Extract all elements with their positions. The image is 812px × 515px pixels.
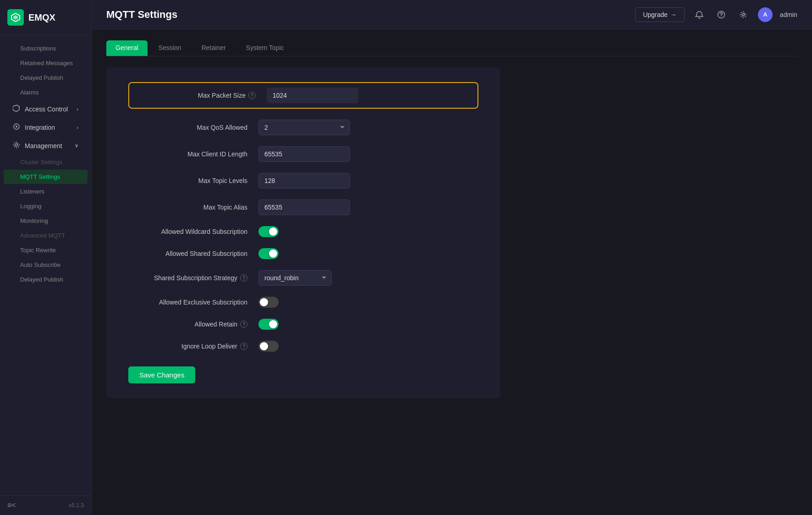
tab-bar: General Session Retainer System Topic	[106, 40, 797, 56]
sidebar-label-access-control: Access Control	[25, 105, 68, 113]
sidebar-item-advanced-mqtt: Advanced MQTT	[4, 228, 88, 243]
ignore-loop-deliver-row: Ignore Loop Deliver ?	[128, 341, 478, 352]
save-changes-button[interactable]: Save Changes	[128, 366, 195, 383]
exclusive-subscription-label: Allowed Exclusive Subscription	[128, 299, 247, 306]
max-client-id-input[interactable]	[258, 146, 350, 162]
max-qos-select[interactable]: 0 1 2	[258, 120, 350, 135]
svg-point-6	[721, 16, 722, 17]
allowed-retain-row: Allowed Retain ?	[128, 319, 478, 330]
exclusive-subscription-row: Allowed Exclusive Subscription	[128, 297, 478, 308]
max-topic-alias-control	[258, 199, 350, 215]
settings-button[interactable]	[736, 7, 751, 22]
sidebar-item-topic-rewrite[interactable]: Topic Rewrite	[4, 243, 88, 257]
max-packet-size-input[interactable]	[267, 88, 358, 103]
notification-button[interactable]	[692, 7, 707, 22]
version-label: v5.1.3	[69, 502, 84, 509]
sidebar-item-subscriptions[interactable]: Subscriptions	[4, 41, 88, 55]
max-qos-row: Max QoS Allowed 0 1 2	[128, 120, 478, 135]
header-actions: Upgrade →	[635, 7, 797, 22]
page-title: MQTT Settings	[106, 9, 177, 21]
shared-subscription-toggle[interactable]	[258, 248, 279, 259]
allowed-retain-label: Allowed Retain ?	[128, 321, 247, 328]
sidebar-nav: Subscriptions Retained Messages Delayed …	[0, 35, 91, 495]
upgrade-label: Upgrade	[643, 11, 668, 18]
tab-retainer[interactable]: Retainer	[192, 40, 235, 56]
ignore-loop-deliver-label: Ignore Loop Deliver ?	[128, 343, 247, 350]
collapse-button[interactable]: ≡<	[7, 501, 16, 509]
content-area: General Session Retainer System Topic Ma…	[92, 29, 812, 515]
max-topic-levels-input[interactable]	[258, 173, 350, 188]
tab-system-topic[interactable]: System Topic	[237, 40, 293, 56]
sidebar-item-access-control[interactable]: Access Control ›	[4, 100, 88, 118]
allowed-retain-help-icon[interactable]: ?	[240, 321, 247, 328]
shared-subscription-control	[258, 248, 279, 259]
shared-strategy-help-icon[interactable]: ?	[240, 274, 247, 282]
chevron-icon-integration: ›	[77, 125, 78, 130]
max-topic-levels-control	[258, 173, 350, 188]
max-client-id-control	[258, 146, 350, 162]
gear-icon	[13, 141, 20, 150]
ignore-loop-deliver-toggle[interactable]	[258, 341, 279, 352]
avatar[interactable]: A	[758, 7, 773, 22]
max-topic-alias-row: Max Topic Alias	[128, 199, 478, 215]
shared-subscription-label: Allowed Shared Subscription	[128, 250, 247, 257]
shared-strategy-select[interactable]: round_robin random sticky hash	[258, 270, 332, 286]
integration-icon	[13, 123, 20, 132]
allowed-retain-control	[258, 319, 279, 330]
sidebar-item-delayed-publish[interactable]: Delayed Publish	[4, 71, 88, 85]
shared-strategy-label: Shared Subscription Strategy ?	[128, 274, 247, 282]
sidebar-item-monitoring[interactable]: Monitoring	[4, 214, 88, 228]
max-client-id-label: Max Client ID Length	[128, 150, 247, 158]
svg-point-3	[16, 126, 17, 127]
tab-general[interactable]: General	[106, 40, 148, 56]
sidebar-item-alarms[interactable]: Alarms	[4, 85, 88, 100]
ignore-loop-deliver-control	[258, 341, 279, 352]
max-topic-alias-input[interactable]	[258, 199, 350, 215]
sidebar-item-listeners[interactable]: Listeners	[4, 184, 88, 199]
main-content: MQTT Settings Upgrade →	[92, 0, 812, 515]
form-actions: Save Changes	[128, 363, 478, 383]
wildcard-subscription-control	[258, 226, 279, 237]
max-packet-size-help-icon[interactable]: ?	[248, 92, 256, 99]
shared-strategy-row: Shared Subscription Strategy ? round_rob…	[128, 270, 478, 286]
logo-text: EMQX	[28, 12, 55, 23]
max-packet-size-control	[267, 88, 358, 103]
sidebar-footer: ≡< v5.1.3	[0, 495, 91, 515]
sidebar-item-retained-messages[interactable]: Retained Messages	[4, 56, 88, 70]
sidebar-label-management: Management	[25, 142, 62, 150]
max-packet-size-label: Max Packet Size ?	[137, 92, 256, 99]
admin-label: admin	[780, 11, 797, 18]
upgrade-button[interactable]: Upgrade →	[635, 7, 685, 22]
sidebar-label-integration: Integration	[25, 124, 55, 131]
chevron-icon-access-control: ›	[77, 106, 78, 112]
shared-strategy-control: round_robin random sticky hash	[258, 270, 332, 286]
shared-subscription-row: Allowed Shared Subscription	[128, 248, 478, 259]
sidebar: EMQX Subscriptions Retained Messages Del…	[0, 0, 92, 515]
header: MQTT Settings Upgrade →	[92, 0, 812, 29]
max-topic-levels-label: Max Topic Levels	[128, 177, 247, 184]
sidebar-item-cluster-settings: Cluster Settings	[4, 155, 88, 169]
sidebar-item-mqtt-settings[interactable]: MQTT Settings	[4, 170, 88, 184]
allowed-retain-toggle[interactable]	[258, 319, 279, 330]
svg-point-7	[742, 13, 744, 16]
max-qos-label: Max QoS Allowed	[128, 124, 247, 131]
sidebar-item-integration[interactable]: Integration ›	[4, 118, 88, 136]
ignore-loop-deliver-help-icon[interactable]: ?	[240, 343, 247, 350]
sidebar-item-logging[interactable]: Logging	[4, 199, 88, 213]
sidebar-item-delayed-publish2[interactable]: Delayed Publish	[4, 272, 88, 287]
wildcard-subscription-label: Allowed Wildcard Subscription	[128, 228, 247, 235]
max-packet-size-row: Max Packet Size ?	[128, 82, 478, 109]
exclusive-subscription-toggle[interactable]	[258, 297, 279, 308]
shield-icon	[13, 105, 20, 113]
settings-card: Max Packet Size ? Max QoS Allowed 0 1 2	[106, 67, 500, 398]
sidebar-item-management[interactable]: Management ∨	[4, 137, 88, 155]
max-topic-levels-row: Max Topic Levels	[128, 173, 478, 188]
help-button[interactable]	[714, 7, 729, 22]
max-client-id-row: Max Client ID Length	[128, 146, 478, 162]
upgrade-arrow-icon: →	[670, 11, 677, 18]
chevron-icon-management: ∨	[75, 143, 78, 149]
tab-session[interactable]: Session	[149, 40, 191, 56]
wildcard-subscription-row: Allowed Wildcard Subscription	[128, 226, 478, 237]
wildcard-subscription-toggle[interactable]	[258, 226, 279, 237]
sidebar-item-auto-subscribe[interactable]: Auto Subscribe	[4, 258, 88, 272]
